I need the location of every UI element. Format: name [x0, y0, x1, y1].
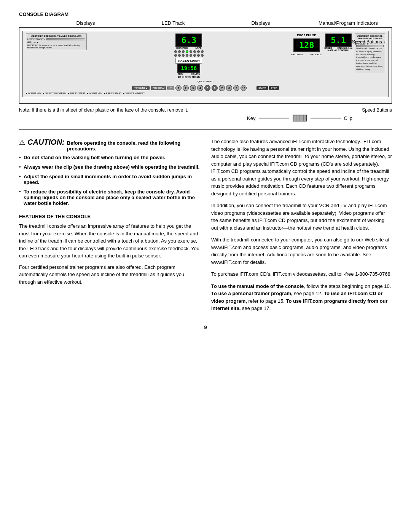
diagram-note: Note: If there is a thin sheet of clear …: [19, 107, 204, 113]
diagram-bottom: Note: If there is a thin sheet of clear …: [19, 107, 392, 122]
program-button[interactable]: PROGRAM: [151, 86, 166, 90]
speed-buttons-label: Speed Buttons ←: [352, 39, 388, 45]
buttons-area: QUICK SPEED ▼INCLINE▲ PROGRAM ▼ 1 2 3 4 …: [26, 80, 385, 91]
led-dot-9: [174, 54, 177, 57]
fat-cals-label: FAT CALS.: [311, 53, 322, 56]
led-dot-7: [197, 50, 200, 53]
console-diagram-section: CONSOLE DIAGRAM Displays LED Track Displ…: [19, 11, 392, 122]
led-track-row: [174, 50, 204, 53]
footer-label-1: ● INSERT KEY: [26, 92, 41, 94]
left-column: ⚠ CAUTION: Before operating the console,…: [19, 138, 200, 317]
label-displays-2: Displays: [217, 20, 304, 26]
time-label: TIME: [178, 73, 183, 75]
console-buttons-row: ▼INCLINE▲ PROGRAM ▼ 1 2 3 4 5 6 7 8 9 10: [26, 85, 385, 91]
quick-speed-label: QUICK SPEED: [26, 80, 385, 83]
caution-word: CAUTION:: [27, 138, 65, 147]
led-dot-4: [186, 50, 188, 53]
led-dot-11: [182, 54, 185, 57]
caution-bullet-4-text: To reduce the possibility of electric sh…: [24, 189, 195, 206]
label-displays-1: Displays: [42, 20, 129, 26]
two-column-section: ⚠ CAUTION: Before operating the console,…: [19, 138, 392, 317]
led-dot-1: [174, 50, 177, 53]
num-btn-8[interactable]: 8: [226, 85, 232, 91]
distance-display: 6.3: [175, 34, 202, 47]
caution-triangle-icon: ⚠: [19, 138, 25, 147]
diagram-note-text: Note: If there is a thin sheet of clear …: [19, 107, 188, 113]
footer-label-4: ● INSERT KEY: [87, 92, 102, 94]
led-dot-13: [190, 54, 192, 57]
caution-bullet-1-text: Do not stand on the walking belt when tu…: [24, 155, 166, 160]
label-led-track: LED Track: [129, 20, 217, 26]
diagram-key-area: Speed Buttons Key Clip: [207, 107, 392, 122]
speed-display: 5.1: [325, 34, 352, 47]
ifit-logo: iFIT.com ●: [27, 41, 85, 43]
num-btn-4[interactable]: 4: [197, 85, 203, 91]
incline-button[interactable]: ▼INCLINE▲: [132, 86, 150, 90]
num-btn-10[interactable]: 10: [241, 85, 247, 91]
led-track-row-2: [174, 54, 204, 57]
led-dot-2: [178, 50, 181, 53]
caution-subtitle: Before operating the console, read the f…: [67, 140, 200, 152]
led-dot-14: [193, 54, 196, 57]
intensity-bar-track: [46, 38, 85, 40]
console-left-certified-panel: CERTIFIED PERSONAL TRAINER PROGRAMS LOW …: [26, 34, 87, 50]
features-paragraph-1: The treadmill console offers an impressi…: [19, 222, 200, 260]
right-paragraph-1: The console also features advanced iFIT.…: [211, 138, 392, 197]
led-dot-15: [197, 54, 200, 57]
right-paragraph-2: In addition, you can connect the treadmi…: [211, 202, 392, 232]
key-line-left: [259, 118, 289, 118]
page-container: CONSOLE DIAGRAM Displays LED Track Displ…: [19, 11, 392, 330]
laps-label: LAPS: [195, 47, 201, 49]
caution-bullet-4: To reduce the possibility of electric sh…: [19, 189, 200, 206]
distance-laps-labels: DISTANCE LAPS: [176, 47, 201, 49]
arrow-indicator: ←: [383, 39, 388, 45]
caution-bullets-list: Do not stand on the walking belt when tu…: [19, 155, 200, 206]
down-arrow-button[interactable]: ▼: [167, 86, 174, 90]
time-display: 19:58: [177, 64, 200, 73]
key-label: Key: [247, 115, 255, 121]
speed-display-area: 5.1 SPEED MIN/MILE (km) MANUAL CONTROL: [324, 34, 352, 51]
stop-button[interactable]: STOP: [269, 86, 279, 90]
clip-label: Clip: [344, 115, 352, 121]
console-image-box: CERTIFIED PERSONAL TRAINER PROGRAMS LOW …: [19, 27, 392, 104]
ekg-calories-area: EKG2 PULSE 128 CALORIES FAT CALS.: [291, 34, 322, 56]
incline-label: INCLINE: [191, 73, 200, 75]
personal-trainer-bold: To use a personal trainer program,: [211, 291, 293, 296]
footer-label-3: ● PRESS START: [68, 92, 85, 94]
num-btn-5[interactable]: 5: [204, 85, 210, 91]
right-column: The console also features advanced iFIT.…: [211, 138, 392, 317]
led-dot-12: [186, 54, 188, 57]
key-line-right: [311, 118, 341, 118]
led-dot-8: [201, 50, 204, 53]
warning-text: WARNING: To reduce risk of serious injur…: [356, 47, 384, 71]
right-paragraph-5: To use the manual mode of the console, f…: [211, 283, 392, 312]
num-btn-2[interactable]: 2: [183, 85, 189, 91]
caution-bullet-3-text: Adjust the speed in small increments in …: [24, 174, 192, 185]
speed-buttons-label-below: Speed Buttons: [362, 107, 392, 113]
num-btn-9[interactable]: 9: [233, 85, 239, 91]
caution-header: ⚠ CAUTION: Before operating the console,…: [19, 138, 200, 152]
footer-label-2: ● SELECT PROGRAM: [43, 92, 66, 94]
footer-label-6: ● SELECT MPH KEY: [123, 92, 145, 94]
num-btn-1[interactable]: 1: [175, 85, 182, 91]
caution-bullet-1: Do not stand on the walking belt when tu…: [19, 155, 200, 160]
console-inner: CERTIFIED PERSONAL TRAINER PROGRAMS LOW …: [22, 31, 389, 97]
manual-mode-bold: To use the manual mode of the console: [211, 283, 304, 289]
num-btn-6[interactable]: 6: [212, 85, 218, 91]
console-top-row: CERTIFIED PERSONAL TRAINER PROGRAMS LOW …: [26, 34, 385, 78]
features-paragraph-2: Four certified personal trainer programs…: [19, 264, 200, 286]
led-dot-5: [190, 50, 192, 53]
key-clip-row: Key Clip: [207, 114, 392, 122]
num-btn-7[interactable]: 7: [219, 85, 225, 91]
low-label: LOW INTENSITY: [27, 38, 45, 40]
console-footer-row: ● INSERT KEY ● SELECT PROGRAM ● PRESS ST…: [26, 92, 385, 94]
led-dot-16: [201, 54, 204, 57]
start-button[interactable]: START: [256, 86, 268, 90]
right-paragraph-3: With the treadmill connected to your com…: [211, 236, 392, 266]
incline-note: IMPORTANT: Incline must be set at lowest…: [27, 44, 85, 49]
speed-buttons-text: Speed Buttons: [352, 39, 382, 45]
num-btn-3[interactable]: 3: [190, 85, 196, 91]
led-dot-10: [178, 54, 181, 57]
caution-bullet-2-text: Always wear the clip (see the drawing ab…: [24, 164, 199, 170]
distance-label: DISTANCE: [176, 47, 188, 49]
